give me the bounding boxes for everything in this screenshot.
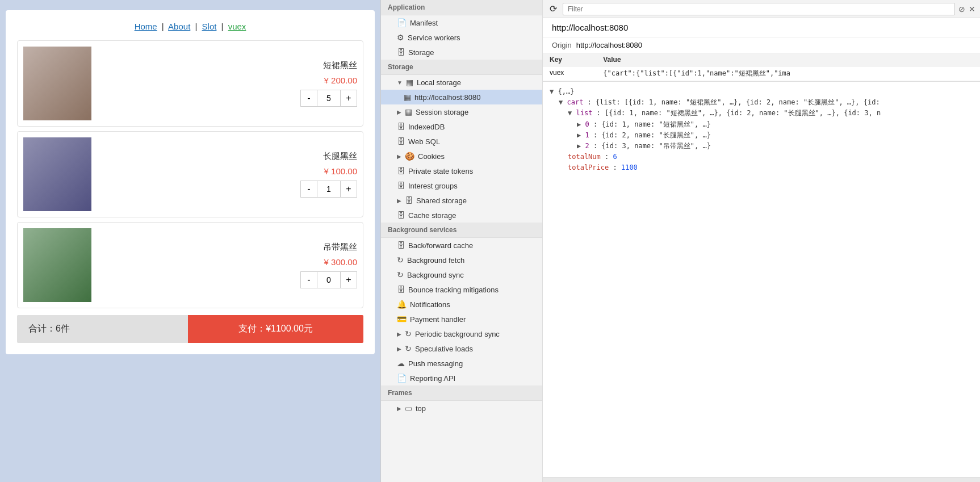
sidebar-item-payment-handler[interactable]: 💳 Payment handler: [381, 312, 542, 326]
origin-row: Origin http://localhost:8080: [543, 37, 980, 53]
cart-pay-button[interactable]: 支付：¥1100.00元: [188, 315, 363, 343]
col-header-key: Key: [543, 53, 596, 66]
session-storage-arrow: ▶: [397, 109, 401, 115]
nav-home[interactable]: Home: [135, 22, 157, 31]
json-line-list: ▼ list : [{id: 1, name: "短裙黑丝", …}, {id:…: [550, 108, 973, 119]
filter-input[interactable]: [563, 3, 955, 15]
json-expand-cart[interactable]: ▼: [559, 98, 563, 106]
section-background: Background services: [381, 223, 542, 238]
speculative-loads-arrow: ▶: [397, 346, 401, 352]
json-panel: ▼ {,…} ▼ cart : {list: [{id: 1, name: "短…: [543, 81, 980, 477]
qty-minus-0[interactable]: -: [300, 90, 317, 107]
section-frames: Frames: [381, 385, 542, 401]
bg-sync-icon: ↻: [397, 270, 404, 279]
product-img-1: [23, 137, 91, 211]
product-info-0: 短裙黑丝 ¥ 200.00 - 5 +: [100, 60, 357, 107]
sidebar-item-reporting-api[interactable]: 📄 Reporting API: [381, 371, 542, 385]
sidebar-label-bg-sync: Background sync: [407, 271, 464, 279]
product-price-0: ¥ 200.00: [324, 76, 357, 85]
sidebar-item-cookies[interactable]: ▶ 🍪 Cookies: [381, 149, 542, 164]
qty-minus-2[interactable]: -: [300, 271, 317, 288]
json-brace-0: : {id: 1, name: "短裙黑丝", …}: [593, 120, 711, 128]
sidebar-item-manifest[interactable]: 📄 Manifest: [381, 15, 542, 30]
sidebar-label-cache-storage: Cache storage: [408, 211, 457, 220]
product-info-2: 吊带黑丝 ¥ 300.00 - 0 +: [100, 242, 357, 288]
sidebar-item-indexeddb[interactable]: 🗄 IndexedDB: [381, 119, 542, 134]
nav-slot[interactable]: Slot: [202, 22, 217, 31]
sidebar-item-top[interactable]: ▶ ▭ top: [381, 401, 542, 416]
qty-plus-1[interactable]: +: [340, 181, 357, 198]
payment-handler-icon: 💳: [397, 315, 407, 324]
qty-val-1: 1: [317, 181, 340, 198]
close-icon[interactable]: ✕: [969, 5, 975, 14]
sidebar-item-private-state[interactable]: 🗄 Private state tokens: [381, 164, 542, 178]
json-val-totalnum: 6: [613, 153, 617, 161]
cookies-arrow: ▶: [397, 153, 401, 160]
json-colon-totalprice: :: [613, 164, 621, 171]
sidebar-item-speculative-loads[interactable]: ▶ ↻ Speculative loads: [381, 341, 542, 356]
clear-icon[interactable]: ⊘: [958, 5, 965, 14]
sidebar-item-shared-storage[interactable]: ▶ 🗄 Shared storage: [381, 193, 542, 208]
sidebar-item-notifications[interactable]: 🔔 Notifications: [381, 297, 542, 312]
sidebar-item-localhost[interactable]: ▦ http://localhost:8080: [381, 90, 542, 104]
sidebar-item-cache-storage[interactable]: 🗄 Cache storage: [381, 208, 542, 223]
local-storage-icon: ▦: [406, 78, 413, 87]
service-workers-icon: ⚙: [397, 33, 404, 42]
product-info-1: 长腿黑丝 ¥ 100.00 - 1 +: [100, 151, 357, 198]
sidebar-item-bg-sync[interactable]: ↻ Background sync: [381, 267, 542, 282]
json-line-0: ▶ 0 : {id: 1, name: "短裙黑丝", …}: [550, 119, 973, 130]
nav-about[interactable]: About: [168, 22, 190, 31]
product-img-2: [23, 228, 91, 302]
kv-table: Key Value vuex {"cart":{"list":[{"id":1,…: [543, 53, 980, 81]
json-key-list: list: [576, 109, 592, 117]
sidebar-label-speculative-loads: Speculative loads: [415, 345, 473, 353]
table-row[interactable]: vuex {"cart":{"list":[{"id":1,"name":"短裙…: [543, 66, 980, 81]
json-line-root: ▼ {,…}: [550, 86, 973, 97]
json-val-totalprice: 1100: [621, 164, 638, 171]
sidebar-label-payment-handler: Payment handler: [410, 315, 466, 324]
json-colon-totalnum: :: [605, 153, 613, 161]
sidebar-item-websql[interactable]: 🗄 Web SQL: [381, 134, 542, 149]
sidebar-item-session-storage[interactable]: ▶ ▦ Session storage: [381, 104, 542, 119]
json-expand-root[interactable]: ▼: [550, 87, 554, 95]
nav-vuex[interactable]: vuex: [228, 22, 246, 31]
shared-storage-icon: 🗄: [405, 196, 413, 205]
cart-footer: 合计：6件 支付：¥1100.00元: [17, 315, 363, 343]
qty-plus-2[interactable]: +: [340, 271, 357, 288]
sidebar-item-push-messaging[interactable]: ☁ Push messaging: [381, 356, 542, 371]
session-storage-icon: ▦: [405, 107, 412, 116]
sidebar-item-bg-fetch[interactable]: ↻ Background fetch: [381, 253, 542, 267]
sidebar-item-periodic-bg-sync[interactable]: ▶ ↻ Periodic background sync: [381, 326, 542, 341]
product-img-bg-0: [23, 47, 91, 120]
qty-plus-0[interactable]: +: [340, 90, 357, 107]
devtools-sidebar: Application 📄 Manifest ⚙ Service workers…: [381, 0, 543, 482]
sidebar-item-service-workers[interactable]: ⚙ Service workers: [381, 30, 542, 45]
sidebar-item-back-forward[interactable]: 🗄 Back/forward cache: [381, 238, 542, 253]
sidebar-label-private-state: Private state tokens: [408, 167, 473, 175]
json-expand-0[interactable]: ▶: [577, 120, 581, 128]
sidebar-label-notifications: Notifications: [410, 300, 450, 309]
sidebar-label-websql: Web SQL: [408, 137, 440, 146]
json-line-2: ▶ 2 : {id: 3, name: "吊带黑丝", …}: [550, 141, 973, 152]
storage-icon: 🗄: [397, 48, 405, 57]
indexeddb-icon: 🗄: [397, 122, 405, 131]
qty-minus-1[interactable]: -: [300, 181, 317, 198]
json-line-totalprice: totalPrice : 1100: [550, 162, 973, 173]
top-icon: ▭: [405, 404, 412, 413]
sidebar-item-local-storage[interactable]: ▼ ▦ Local storage: [381, 75, 542, 90]
json-expand-list[interactable]: ▼: [568, 109, 572, 117]
sidebar-label-top: top: [416, 404, 426, 413]
sidebar-item-interest-groups[interactable]: 🗄 Interest groups: [381, 178, 542, 193]
reporting-api-icon: 📄: [397, 374, 407, 383]
nav-sep-3: |: [221, 22, 224, 31]
refresh-button[interactable]: ⟳: [547, 2, 559, 15]
sidebar-item-bounce-tracking[interactable]: 🗄 Bounce tracking mitigations: [381, 282, 542, 297]
sidebar-item-storage[interactable]: 🗄 Storage: [381, 45, 542, 60]
json-line-totalnum: totalNum : 6: [550, 152, 973, 162]
col-header-value: Value: [596, 53, 980, 66]
json-expand-1[interactable]: ▶: [577, 131, 581, 139]
json-key-totalnum: totalNum: [568, 153, 601, 161]
horizontal-scrollbar[interactable]: [543, 477, 980, 482]
json-expand-2[interactable]: ▶: [577, 142, 581, 150]
cookies-icon: 🍪: [405, 152, 414, 161]
